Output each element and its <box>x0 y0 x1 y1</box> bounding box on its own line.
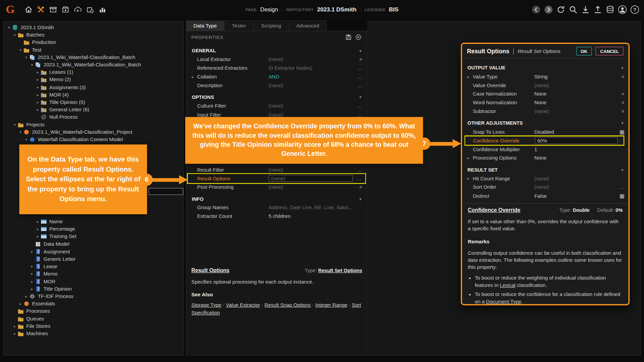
cancel-circle-icon[interactable] <box>355 34 361 40</box>
property-row-result-options[interactable]: Result Options(none)… <box>188 174 365 183</box>
expand-icon[interactable]: ▸ <box>29 279 35 283</box>
property-value-input[interactable]: (none) <box>269 175 353 182</box>
expand-icon[interactable]: ▸ <box>35 78 41 82</box>
property-row-collation[interactable]: ▸CollationAND… <box>186 72 366 81</box>
tree-item-percentage[interactable]: ▸Percentage <box>4 225 183 233</box>
user-icon[interactable] <box>618 5 627 14</box>
tab-data-type[interactable]: Data Type <box>186 20 224 31</box>
property-row-distinct[interactable]: DistinctFalse <box>462 192 629 200</box>
tree-item-machines[interactable]: ▸Machines <box>4 330 183 337</box>
tools-icon[interactable] <box>37 6 45 13</box>
expand-icon[interactable]: ▸ <box>29 264 35 268</box>
expand-icon[interactable]: ▸ <box>29 272 35 276</box>
tree-inline-editor[interactable] <box>149 188 183 195</box>
property-row-word-normalization[interactable]: Word NormalizationNone≡ <box>462 98 629 107</box>
property-row-value-type[interactable]: ▸Value TypeString≡ <box>462 72 629 81</box>
property-row-extractor-count[interactable]: Extractor Count5 children <box>186 212 366 221</box>
ellipsis-button[interactable]: … <box>355 176 361 181</box>
tree-item-lease[interactable]: ▸Lease <box>4 263 183 270</box>
expand-icon[interactable]: ▸ <box>35 108 41 112</box>
collapse-icon[interactable]: ▾ <box>12 33 18 37</box>
tree-item-production[interactable]: Production <box>4 39 183 46</box>
see-also-link-value-extractor[interactable]: Value Extractor <box>226 302 260 308</box>
bar-chart-icon[interactable] <box>99 6 106 13</box>
tree-item-data-model[interactable]: Data Model <box>4 240 183 248</box>
collapse-icon[interactable]: ▾ <box>23 55 29 59</box>
tree-item-essentials[interactable]: ▸Essentials <box>4 300 183 307</box>
tree-item-memo-2[interactable]: ▸Memo (2) <box>4 76 183 83</box>
tab-tester[interactable]: Tester <box>225 20 254 31</box>
ellipsis-button[interactable]: … <box>356 167 362 173</box>
expand-icon[interactable]: ▸ <box>29 249 35 253</box>
property-row-culture-filter[interactable]: Culture Filter(none)… <box>186 102 366 110</box>
grooper-logo[interactable]: G <box>6 4 15 15</box>
expand-icon[interactable]: ▸ <box>467 74 473 78</box>
property-row-case-normalization[interactable]: Case NormalizationNone≡ <box>462 89 629 98</box>
cloud-upload-icon[interactable] <box>74 6 82 13</box>
see-also-link-integer-range[interactable]: Integer Range <box>315 302 347 308</box>
expand-icon[interactable]: ▸ <box>192 75 197 79</box>
expand-icon[interactable]: ▸ <box>35 93 41 97</box>
collapse-icon[interactable]: ▾ <box>18 48 23 52</box>
ellipsis-button[interactable]: … <box>618 184 625 190</box>
box-clock-icon[interactable] <box>86 6 94 13</box>
save-icon[interactable] <box>345 34 352 40</box>
see-also-link-result-snap-options[interactable]: Result Snap Options <box>265 302 311 308</box>
menu-icon[interactable]: ≡ <box>356 184 362 190</box>
cancel-button[interactable]: CANCEL <box>596 47 624 56</box>
tree-item-title-opinion[interactable]: ▸Title Opinion <box>4 285 183 293</box>
tree-item-memo[interactable]: ▸Memo <box>4 270 183 278</box>
tree-item-assignments-3[interactable]: ▸Assignments (3) <box>4 83 183 91</box>
tree-item-2023-1-dsmith[interactable]: ▾2023.1 DSmith <box>4 24 183 31</box>
tree-item-mor-4[interactable]: ▸MOR (4) <box>4 91 183 98</box>
tree-item-processes[interactable]: Processes <box>4 307 183 315</box>
collapse-icon[interactable]: ▾ <box>29 63 35 67</box>
menu-icon[interactable]: ≡ <box>618 91 625 97</box>
property-row-sort-order[interactable]: Sort Order(none)… <box>462 183 629 192</box>
collapse-icon[interactable]: ▾ <box>12 123 18 127</box>
back-icon[interactable] <box>532 5 541 14</box>
tree-item-name[interactable]: ▸Name <box>4 218 183 225</box>
database-icon[interactable] <box>606 5 614 14</box>
expand-icon[interactable]: ▸ <box>29 287 35 291</box>
tree-item-2023-1-wiki-waterfall-classification-batch[interactable]: ▾2023.1_Wiki_Waterfall-Classification_Ba… <box>4 54 183 61</box>
property-row-post-processing[interactable]: Post Processing(none)≡ <box>186 183 366 192</box>
tree-item-leases-1[interactable]: ▸Leases (1) <box>4 69 183 76</box>
help-icon[interactable]: ? <box>631 5 639 14</box>
expand-icon[interactable]: ▸ <box>35 85 41 89</box>
expand-icon[interactable]: ▸ <box>467 177 473 181</box>
download-icon[interactable] <box>581 5 590 14</box>
section-general[interactable]: GENERAL▾ <box>186 46 366 55</box>
tab-scripting[interactable]: Scripting <box>254 20 289 31</box>
expand-icon[interactable]: ▸ <box>35 235 41 239</box>
property-row-result-filter[interactable]: Result Filter(none)… <box>186 166 366 174</box>
tree-item-tf-idf-process[interactable]: ▸TF-IDF Process <box>4 293 183 300</box>
type-link[interactable]: Result Set Options <box>318 267 362 273</box>
search-icon[interactable] <box>569 5 578 14</box>
expand-icon[interactable]: ▸ <box>35 100 41 104</box>
collapse-icon[interactable]: ▾ <box>23 137 29 141</box>
tree-item-training-set[interactable]: ▸Training Set <box>4 233 183 240</box>
property-row-local-extractor[interactable]: Local Extractor(none)≡ <box>186 55 366 64</box>
page-value[interactable]: Design <box>260 6 278 13</box>
section-other-adjustments[interactable]: OTHER ADJUSTMENTS▾ <box>462 119 629 128</box>
property-row-subtractor[interactable]: Subtractor(none)≡ <box>462 107 629 116</box>
checkbox[interactable] <box>618 129 625 135</box>
menu-icon[interactable]: ≡ <box>356 56 362 62</box>
menu-icon[interactable]: ≡ <box>618 100 625 106</box>
property-row-confidence-multiplier[interactable]: Confidence Multiplier1 <box>462 145 629 154</box>
repository-value[interactable]: 2023.1 DSmith <box>317 6 356 13</box>
property-row-processing-options[interactable]: ▸Processing OptionsNone <box>462 154 629 163</box>
property-row-snap-to-lines[interactable]: Snap To LinesDisabled <box>462 128 629 136</box>
collapse-icon[interactable]: ▾ <box>6 25 12 29</box>
section-result-set[interactable]: RESULT SET▾ <box>462 165 629 174</box>
tree-item-batches[interactable]: ▾Batches <box>4 31 183 39</box>
refresh-icon[interactable] <box>556 5 565 14</box>
ok-button[interactable]: OK <box>576 47 592 56</box>
expand-icon[interactable]: ▸ <box>35 70 41 74</box>
property-row-hit-count-range[interactable]: ▸Hit Count Range(none) <box>462 174 629 183</box>
tree-item-projects[interactable]: ▾Projects <box>4 121 183 128</box>
property-value-input[interactable]: 60% <box>535 137 618 144</box>
tree-item-general-letter-6[interactable]: ▸General Letter (6) <box>4 106 183 113</box>
tree-item-generic-letter[interactable]: Generic Letter <box>4 255 183 263</box>
